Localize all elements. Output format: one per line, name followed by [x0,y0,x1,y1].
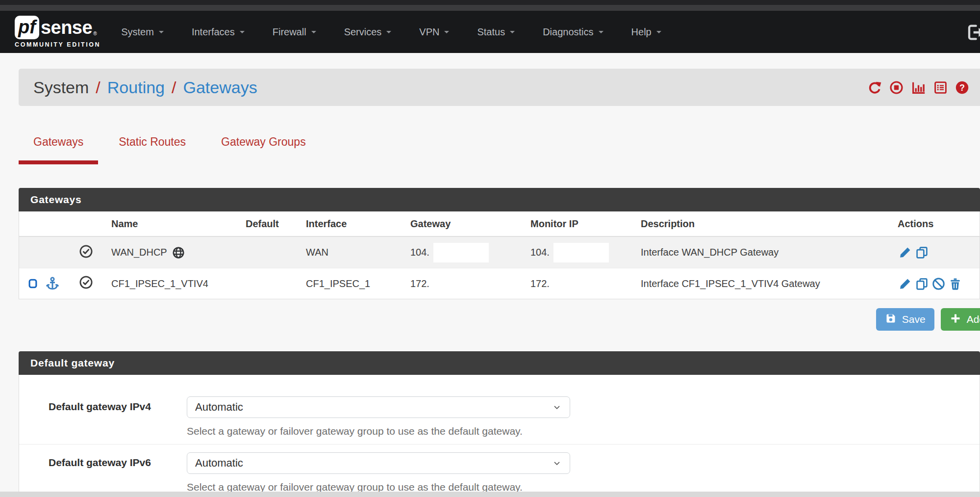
gateway-interface: WAN [300,247,396,258]
column-header-monitor-ip: Monitor IP [516,218,636,230]
selected-value: Automatic [195,457,243,470]
nav-item-vpn[interactable]: VPN [419,26,449,38]
logo-edition-text: COMMUNITY EDITION [15,41,101,48]
default-gateway-panel: Default gateway Default gateway IPv4 Aut… [19,351,980,497]
checkbox-icon[interactable] [27,277,38,290]
redaction-box [433,274,489,293]
redaction-box [433,243,489,262]
registered-mark: ® [93,31,97,36]
copy-icon[interactable] [915,277,929,290]
delete-icon[interactable] [949,277,962,290]
chevron-down-icon [656,31,661,36]
table-buttons-row: Save Add [19,308,980,331]
routing-tabs: Gateways Static Routes Gateway Groups [19,130,980,164]
default-gateway-ipv4-label: Default gateway IPv4 [19,396,187,437]
edit-icon[interactable] [899,246,912,259]
anchor-icon [45,276,60,291]
window-top-strip [0,0,980,5]
default-gateway-ipv6-label: Default gateway IPv6 [19,452,187,493]
breadcrumb-link-routing[interactable]: Routing [107,78,165,97]
refresh-icon[interactable] [868,80,882,95]
bar-chart-icon[interactable] [911,80,926,95]
globe-icon [172,246,185,259]
nav-item-system[interactable]: System [121,26,164,38]
breadcrumb: System / Routing / Gateways [33,78,257,97]
plus-icon [950,313,961,327]
add-button[interactable]: Add [941,308,980,331]
window-title-strip [0,5,980,11]
save-button[interactable]: Save [876,308,934,331]
monitor-ip: 104. [530,247,550,258]
gateway-name: CF1_IPSEC_1_VTIV4 [111,278,208,289]
gateways-panel: Gateways Name Default Interface Gateway … [19,188,980,299]
field-help-text: Select a gateway or failover gateway gro… [187,425,579,437]
pfsense-gateways-page: pf sense ® COMMUNITY EDITION System Inte… [0,0,980,497]
chevron-down-icon [311,31,316,36]
breadcrumb-section: System [33,78,89,97]
disable-icon[interactable] [932,277,945,290]
save-icon [885,313,897,327]
copy-icon[interactable] [915,246,929,259]
nav-item-firewall[interactable]: Firewall [273,26,316,38]
chevron-down-icon [386,31,391,36]
column-header-default: Default [244,218,300,230]
monitor-ip: 172. [530,278,550,289]
tab-gateway-groups[interactable]: Gateway Groups [206,130,321,164]
logo-pf-box: pf [15,16,39,39]
breadcrumb-bar: System / Routing / Gateways [19,69,980,106]
selected-value: Automatic [195,401,243,414]
gateway-address: 104. [410,247,429,258]
nav-item-diagnostics[interactable]: Diagnostics [543,26,603,38]
column-header-actions: Actions [896,218,980,230]
stop-circle-icon[interactable] [889,80,904,95]
status-online-icon [79,244,93,261]
chevron-down-icon [444,31,449,36]
tab-static-routes[interactable]: Static Routes [104,130,201,164]
chevron-down-icon [552,458,562,468]
chevron-down-icon [599,31,603,36]
column-header-name: Name [106,218,244,230]
gateway-description: Interface CF1_IPSEC_1_VTIV4 Gateway [636,278,896,289]
bottom-window-strip [0,492,980,497]
nav-item-services[interactable]: Services [344,26,392,38]
main-menu: System Interfaces Firewall Services VPN … [121,26,661,38]
gateways-panel-title: Gateways [19,188,980,211]
column-header-description: Description [636,218,896,230]
redaction-box [553,243,609,262]
edit-icon[interactable] [899,277,912,290]
column-header-gateway: Gateway [396,218,516,230]
help-icon[interactable]: ? [955,80,969,95]
column-header-interface: Interface [300,218,396,230]
chevron-down-icon [159,31,164,36]
svg-text:?: ? [959,82,965,92]
log-icon[interactable] [933,80,948,95]
chevron-down-icon [510,31,515,36]
pfsense-logo[interactable]: pf sense ® COMMUNITY EDITION [15,16,101,48]
gateways-table: Name Default Interface Gateway Monitor I… [19,211,980,299]
gateway-description: Interface WAN_DHCP Gateway [636,247,896,258]
default-gateway-panel-title: Default gateway [19,351,980,375]
sign-out-icon[interactable] [965,23,980,44]
breadcrumb-link-gateways[interactable]: Gateways [183,78,257,97]
gateway-row-wan-dhcp: WAN_DHCP WAN 104. 104. Interface WAN_DHC… [19,237,980,268]
gateway-row-cf1-ipsec: CF1_IPSEC_1_VTIV4 CF1_IPSEC_1 172. 172. … [19,268,980,299]
top-navbar: pf sense ® COMMUNITY EDITION System Inte… [0,11,980,53]
tab-gateways[interactable]: Gateways [19,130,98,164]
chevron-down-icon [240,31,245,36]
nav-item-interfaces[interactable]: Interfaces [192,26,245,38]
gateways-table-header: Name Default Interface Gateway Monitor I… [19,211,980,237]
redaction-box [553,274,609,293]
nav-item-help[interactable]: Help [631,26,661,38]
page-action-icons: ? [868,80,969,95]
default-gateway-ipv4-row: Default gateway IPv4 Automatic Select a … [19,375,980,445]
gateway-address: 172. [410,278,429,289]
breadcrumb-separator: / [172,78,176,97]
status-online-icon [79,275,93,292]
gateway-name: WAN_DHCP [111,247,167,258]
logo-sense-text: sense [41,17,92,38]
default-gateway-ipv6-select[interactable]: Automatic [187,452,570,474]
nav-item-status[interactable]: Status [477,26,515,38]
default-gateway-ipv6-row: Default gateway IPv6 Automatic Select a … [19,445,980,497]
default-gateway-ipv4-select[interactable]: Automatic [187,396,570,418]
gateway-interface: CF1_IPSEC_1 [300,278,396,289]
